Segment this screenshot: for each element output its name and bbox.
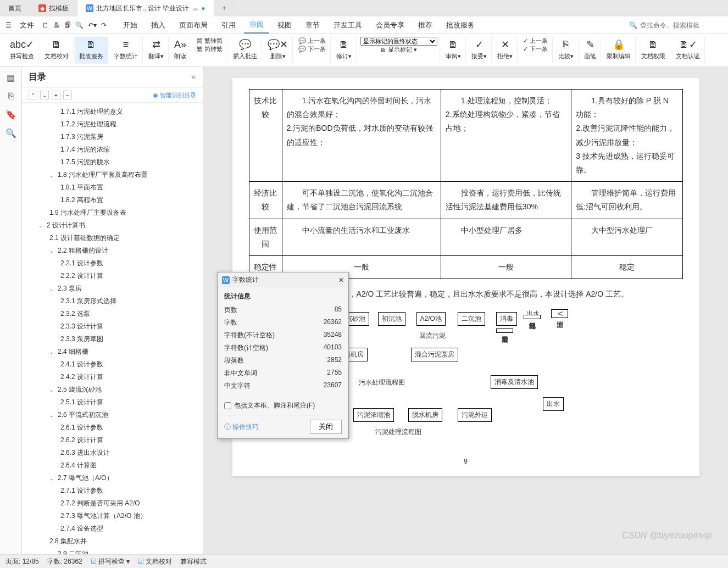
ribbon-review-service[interactable]: 🗎批改服务 — [75, 37, 108, 64]
toc-item[interactable]: 1.8.1 平面布置 — [22, 181, 203, 194]
chevron-down-icon[interactable]: ⌄ — [49, 413, 55, 418]
ribbon-perm[interactable]: 🗎文档权限 — [637, 37, 670, 64]
menu-start[interactable]: 开始 — [118, 18, 143, 33]
ribbon-delete[interactable]: 💬✕删除▾ — [263, 37, 293, 64]
menu-insert[interactable]: 插入 — [146, 18, 171, 33]
undo-icon[interactable]: ↶▾ — [88, 21, 97, 29]
toc-item[interactable]: 2.6.4 计算图 — [22, 459, 203, 472]
chevron-down-icon[interactable]: ⌄ — [49, 476, 55, 481]
toc-item[interactable]: 2.7.4 设备选型 — [22, 522, 203, 535]
toc-item[interactable]: ⌄2.4 细格栅 — [22, 346, 203, 358]
ribbon-pen[interactable]: ✎画笔 — [580, 37, 601, 64]
toc-item[interactable]: ⌄2.6 平流式初沉池 — [22, 409, 203, 421]
ribbon-read[interactable]: A»朗读 — [170, 37, 191, 64]
toc-item[interactable]: 2.6.2 设计计算 — [22, 434, 203, 447]
ribbon-reject[interactable]: ✕拒绝▾ — [493, 37, 518, 64]
toc-item[interactable]: 2.7.3 曝气池计算（A2/O 池） — [22, 510, 203, 522]
menu-chapter[interactable]: 章节 — [300, 18, 325, 33]
toc-item[interactable]: 1.7.4 污泥的浓缩 — [22, 143, 203, 156]
tab-add[interactable]: + — [214, 0, 235, 16]
menu-correction[interactable]: 批改服务 — [441, 18, 480, 33]
toc-minus-icon[interactable]: − — [63, 91, 72, 99]
outline-icon[interactable]: ▤ — [7, 73, 15, 83]
ribbon-spell[interactable]: abc✓拼写检查 — [5, 37, 39, 64]
menu-ref[interactable]: 引用 — [216, 18, 241, 33]
save-icon[interactable]: 🗋 — [42, 21, 49, 29]
toc-item[interactable]: 2.3.2 选泵 — [22, 308, 203, 320]
toc-item[interactable]: ⌄2.5 旋流沉砂池 — [22, 383, 203, 396]
toc-item[interactable]: 2.4.1 设计参数 — [22, 358, 203, 371]
toc-expand-icon[interactable]: ⌄ — [40, 91, 49, 99]
search-left-icon[interactable]: 🔍 — [5, 128, 16, 138]
status-proof[interactable]: ☑文档校对 — [138, 557, 172, 566]
chevron-down-icon[interactable]: ⌄ — [49, 248, 55, 254]
chevron-down-icon[interactable]: ⌄ — [49, 349, 55, 355]
menu-icon[interactable]: ☰ — [5, 21, 12, 29]
toc-item[interactable]: 1.7.5 污泥的脱水 — [22, 156, 203, 169]
tab-document[interactable]: W北方地区长乐市...设计 毕业设计 ☁ ● — [77, 0, 214, 16]
dialog-close-icon[interactable]: ✕ — [338, 276, 344, 284]
menu-dev[interactable]: 开发工具 — [328, 18, 368, 33]
menu-review[interactable]: 审阅 — [244, 17, 269, 34]
ribbon-review2[interactable]: 🗎审阅▾ — [441, 37, 466, 64]
bookmark-icon[interactable]: 🔖 — [5, 109, 16, 120]
markup-select[interactable]: 显示标记的最终状态 — [360, 37, 437, 46]
toc-item[interactable]: ⌄2.7 曝气池（A/O） — [22, 472, 203, 485]
toc-smart-link[interactable]: ◉ 智能识别目录 — [153, 91, 196, 99]
toc-close-icon[interactable]: ✕ — [191, 74, 196, 81]
toc-item[interactable]: 2.3.3 泵房草图 — [22, 333, 203, 346]
toc-item[interactable]: ⌄2.3 泵房 — [22, 282, 203, 295]
ribbon-accept[interactable]: ✓接受▾ — [467, 37, 492, 64]
toc-item[interactable]: 1.9 污水处理厂主要设备表 — [22, 207, 203, 219]
menu-layout[interactable]: 页面布局 — [174, 18, 213, 33]
toc-collapse-icon[interactable]: ⌃ — [29, 91, 37, 99]
toc-item[interactable]: 2.3.3 设计计算 — [22, 320, 203, 333]
menu-recommend[interactable]: 推荐 — [413, 18, 438, 33]
toc-item[interactable]: 2.6.1 设计参数 — [22, 421, 203, 434]
search-input[interactable] — [640, 21, 723, 29]
toc-item[interactable]: 2.2.2 设计计算 — [22, 270, 203, 282]
menu-member[interactable]: 会员专享 — [370, 18, 410, 33]
toc-item[interactable]: ⌄2.9 二沉池 — [22, 548, 203, 554]
include-textbox-checkbox[interactable] — [224, 402, 231, 409]
toc-item[interactable]: 1.7.1 污泥处理的意义 — [22, 105, 203, 118]
toc-item[interactable]: ⌄2.2 粗格栅的设计 — [22, 244, 203, 257]
toc-item[interactable]: 2.7.1 设计参数 — [22, 485, 203, 497]
find-icon[interactable]: 🔍 — [75, 21, 84, 29]
toc-item[interactable]: ⌄2 设计计算书 — [22, 219, 203, 232]
toc-item[interactable]: 2.1 设计基础数据的确定 — [22, 232, 203, 244]
status-spell[interactable]: ☑拼写检查 ▾ — [91, 557, 130, 566]
toc-item[interactable]: 2.4.2 设计计算 — [22, 371, 203, 383]
toc-item[interactable]: 2.5.1 设计计算 — [22, 396, 203, 409]
ribbon-proof[interactable]: 🗎文档校对 — [40, 37, 74, 64]
chevron-down-icon[interactable]: ⌄ — [49, 286, 55, 292]
ribbon-wordcount[interactable]: ≡字数统计 — [109, 37, 143, 64]
preview-icon[interactable]: 🗐 — [64, 21, 71, 29]
chevron-down-icon[interactable]: ⌄ — [49, 172, 55, 178]
nav-icon[interactable]: ⎘ — [8, 91, 14, 101]
print-icon[interactable]: 🖶 — [53, 21, 60, 29]
tips-link[interactable]: ⓘ 操作技巧 — [224, 422, 259, 432]
toc-item[interactable]: 1.8.2 高程布置 — [22, 194, 203, 207]
menu-view[interactable]: 视图 — [272, 18, 297, 33]
ribbon-comment[interactable]: 💬插入批注 — [229, 37, 262, 64]
chevron-down-icon[interactable]: ⌄ — [49, 387, 55, 393]
ribbon-prevnext2[interactable]: ✓ 上一条 ✓ 下一条 — [519, 37, 553, 64]
toc-plus-icon[interactable]: + — [52, 91, 60, 99]
ribbon-restrict[interactable]: 🔒限制编辑 — [602, 37, 636, 64]
ribbon-track[interactable]: 🗎修订▾ — [332, 37, 357, 64]
toc-item[interactable]: 2.3.1 泵房形式选择 — [22, 295, 203, 308]
toc-item[interactable]: 2.2.1 设计参数 — [22, 257, 203, 270]
toc-item[interactable]: ⌄1.8 污水处理厂平面及高程布置 — [22, 169, 203, 181]
toc-item[interactable]: 1.7.3 污泥泵房 — [22, 131, 203, 143]
ribbon-prevnext[interactable]: 💬 上一条 💬 下一条 — [294, 37, 331, 64]
toc-item[interactable]: 1.7.2 污泥处理流程 — [22, 118, 203, 131]
tab-home[interactable]: 首页 — [0, 0, 30, 16]
toc-item[interactable]: 2.8 集配水井 — [22, 535, 203, 548]
status-words[interactable]: 字数: 26362 — [47, 557, 82, 566]
ribbon-simptrad[interactable]: 简 繁转简 繁 简转繁 — [192, 37, 227, 64]
toc-item[interactable]: 2.7.2 判断是否可采用 A2/O — [22, 497, 203, 510]
menu-file[interactable]: 文件 — [14, 18, 40, 33]
ribbon-translate[interactable]: ⇄翻译▾ — [144, 37, 169, 64]
status-page[interactable]: 页面: 12/85 — [5, 557, 39, 566]
